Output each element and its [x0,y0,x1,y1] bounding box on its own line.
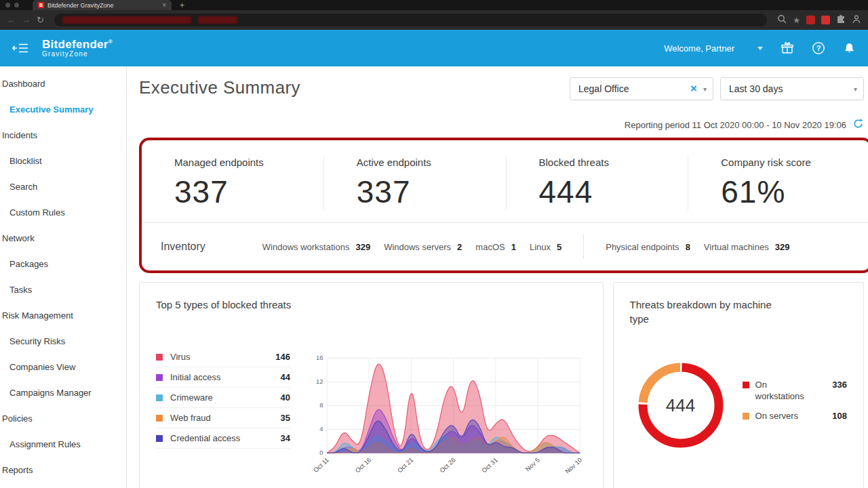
account-menu[interactable]: Welcome, Partner [664,43,763,54]
registered-mark: ® [108,39,113,45]
bookmark-star-icon[interactable]: ★ [793,16,800,24]
sidebar-item-custom-rules[interactable]: Custom Rules [0,199,126,225]
sidebar-item-label: Incidents [2,130,37,140]
sidebar-item-packages[interactable]: Packages [0,251,126,277]
sidebar-item-network[interactable]: Network [0,225,126,251]
svg-text:Oct 16: Oct 16 [354,457,372,474]
legend-swatch [156,374,163,381]
clear-filter-icon[interactable]: × [686,82,702,96]
collapse-sidebar-icon[interactable] [12,42,28,54]
inventory-item: Windows servers2 [384,242,462,252]
svg-text:?: ? [816,44,821,52]
sidebar-item-label: Packages [9,259,48,269]
kpi-value: 337 [357,174,506,210]
page-title: Executive Summary [139,77,300,98]
sidebar-item-security-risks[interactable]: Security Risks [0,328,126,354]
gift-icon[interactable] [781,41,794,55]
kpi-blocked-threats: Blocked threats 444 [506,157,688,210]
address-bar[interactable] [54,14,767,26]
inventory-item: Windows workstations329 [262,242,370,252]
tab-close-icon[interactable]: × [162,1,166,9]
sidebar-item-dashboard[interactable]: Dashboard [0,70,126,96]
reload-icon[interactable]: ↻ [37,16,44,24]
window-control-dot[interactable] [5,3,10,7]
company-filter-dropdown[interactable]: Legal Office × ▾ [570,77,713,100]
inventory-value: 2 [457,242,462,252]
brand-name: Bitdefender [42,38,108,51]
legend-swatch [156,354,163,361]
sidebar-item-risk-management[interactable]: Risk Management [0,302,126,328]
annotation-highlight-box: Managed endpoints 337 Active endpoints 3… [139,138,868,273]
inventory-value: 1 [511,242,516,252]
legend-item[interactable]: Virus 146 [156,347,290,367]
legend-item[interactable]: Crimeware 40 [156,388,290,408]
sidebar-item-policies[interactable]: Policies [0,405,126,431]
inventory-divider [583,235,584,259]
sidebar-item-label: Campaigns Manager [9,388,92,398]
inventory-value: 329 [775,242,790,252]
legend-item[interactable]: On workstations 336 [743,380,847,403]
inventory-value: 8 [686,242,690,252]
legend-value: 108 [832,411,847,421]
sidebar-item-executive-summary[interactable]: Executive Summary [0,96,126,122]
sidebar-item-blocklist[interactable]: Blocklist [0,148,126,174]
new-tab-button[interactable]: + [180,1,184,10]
threats-legend: Virus 146 Initial access 44 Crimeware 40 [156,347,290,488]
legend-value: 40 [281,392,290,403]
back-icon[interactable]: ← [7,16,16,24]
legend-swatch [156,435,163,442]
kpi-label: Blocked threats [539,157,688,168]
sidebar-item-search[interactable]: Search [0,174,126,199]
window-control-dot[interactable] [14,3,19,7]
brand-logo: Bitdefender® GravityZone [42,39,113,58]
legend-label: Credential access [170,433,240,443]
extensions-puzzle-icon[interactable] [836,14,846,26]
inventory-value: 5 [557,242,561,252]
legend-label: On workstations [755,380,818,403]
notifications-bell-icon[interactable] [843,41,856,55]
sidebar-item-reports[interactable]: Reports [0,457,126,483]
legend-item[interactable]: Credential access 34 [156,428,290,449]
profile-icon[interactable] [852,14,861,26]
legend-value: 44 [281,372,290,382]
card-title: Threats breakdown by machine type [630,298,793,326]
zoom-icon[interactable] [777,14,787,26]
legend-label: Crimeware [170,392,213,403]
legend-item[interactable]: Initial access 44 [156,367,290,388]
sidebar-item-label: Dashboard [2,79,45,89]
donut-total: 444 [630,354,732,456]
sidebar-item-label: Executive Summary [9,104,94,115]
browser-tab[interactable]: B Bitdefender GravityZone × [33,0,172,10]
sidebar-item-incidents[interactable]: Incidents [0,122,126,148]
pdf-extension-icon[interactable] [821,16,830,24]
donut-legend: On workstations 336 On servers 108 [743,380,847,432]
threats-area-chart: 0481216Oct 11Oct 16Oct 21Oct 26Oct 31Nov… [308,347,587,488]
inventory-label: Windows servers [384,242,451,252]
legend-item[interactable]: Web fraud 35 [156,408,290,428]
forward-icon[interactable]: → [22,16,31,24]
sidebar-item-campaigns-manager[interactable]: Campaigns Manager [0,380,126,405]
redacted-url-block [198,16,237,24]
welcome-label: Welcome, Partner [664,43,734,54]
sidebar-item-tasks[interactable]: Tasks [0,277,126,302]
legend-label: On servers [755,411,818,422]
date-range-dropdown[interactable]: Last 30 days ▾ [720,77,864,100]
sidebar-item-label: Security Risks [9,336,65,346]
inventory-label: Linux [530,242,551,252]
refresh-icon[interactable] [852,118,864,131]
svg-text:0: 0 [319,449,323,456]
sidebar-item-label: Search [9,182,37,192]
help-icon[interactable]: ? [812,41,825,55]
sidebar-item-assignment-rules[interactable]: Assignment Rules [0,431,126,457]
chevron-down-icon [757,47,763,50]
sidebar-item-companies-view[interactable]: Companies View [0,354,126,380]
sidebar-item-label: Policies [2,413,33,424]
extension-icon[interactable] [806,16,815,24]
kpi-company-risk-score: Company risk score 61% [688,157,868,210]
legend-item[interactable]: On servers 108 [743,411,847,422]
kpi-managed-endpoints: Managed endpoints 337 [142,157,323,210]
kpi-label: Company risk score [721,157,868,168]
sidebar: Dashboard Executive Summary Incidents Bl… [0,66,127,488]
main-content: Executive Summary Legal Office × ▾ Last … [127,66,868,488]
sidebar-item-label: Risk Management [2,310,73,321]
